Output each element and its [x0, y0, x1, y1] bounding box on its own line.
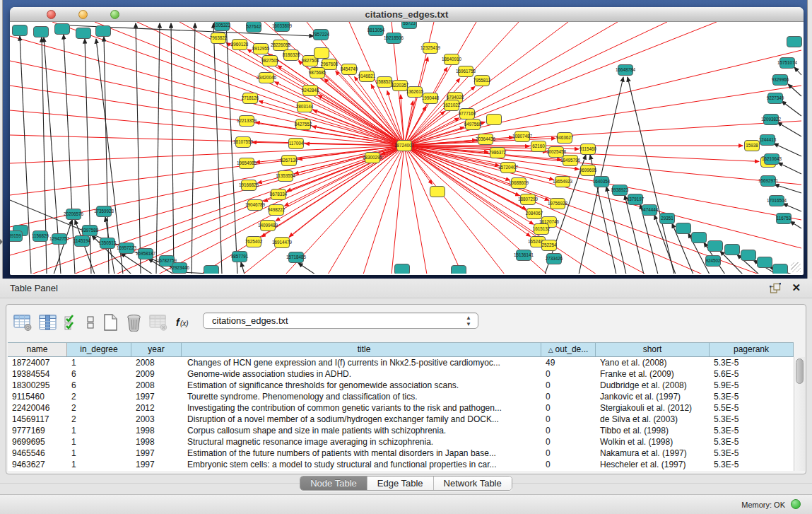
graph-node[interactable]: 17359928 [94, 206, 114, 217]
graph-node[interactable]: 6497568 [464, 119, 482, 130]
graph-node[interactable]: 11353554 [276, 171, 295, 182]
graph-node[interactable]: 8912955 [252, 44, 270, 54]
row-height-icon[interactable] [86, 314, 95, 332]
graph-node[interactable]: 18640910 [442, 54, 462, 65]
graph-node[interactable]: 1145194 [73, 236, 91, 247]
graph-node[interactable]: 9857791 [231, 252, 249, 262]
graph-node[interactable]: 9777169 [459, 109, 476, 119]
graph-node[interactable]: 2733426 [546, 254, 563, 264]
graph-node[interactable]: 19218506 [384, 33, 404, 44]
column-header-pagerank[interactable]: pagerank [710, 343, 794, 356]
graph-node[interactable]: 19166825 [239, 180, 259, 191]
graph-node[interactable]: 8427552 [295, 119, 312, 130]
graph-node[interactable] [314, 48, 329, 59]
table-row[interactable]: 946362711997Embryonic stem cells: a mode… [8, 459, 794, 470]
graph-node[interactable]: 6379197 [627, 194, 645, 205]
graph-node[interactable] [787, 37, 802, 47]
tab-node-table[interactable]: Node Table [300, 477, 367, 490]
graph-node[interactable] [692, 233, 707, 243]
table-row[interactable]: 946554611997Estimation of the future num… [8, 448, 794, 459]
column-header-short[interactable]: short [596, 343, 710, 356]
graph-node[interactable]: 1640354 [593, 177, 611, 187]
graph-node[interactable]: 16957223 [117, 243, 137, 254]
graph-node[interactable]: 8960128 [231, 40, 249, 50]
table-selector-dropdown[interactable]: citations_edges.txt ▲▼ [203, 313, 478, 329]
graph-node[interactable]: 55723 [402, 22, 417, 29]
graph-node[interactable]: 252254 [541, 240, 557, 251]
float-panel-icon[interactable] [770, 283, 781, 294]
graph-node[interactable] [758, 257, 772, 268]
graph-node[interactable] [55, 24, 70, 35]
window-resize-grip[interactable] [791, 262, 801, 272]
network-graph[interactable]: 1872400779638228960128891295528226058982… [10, 22, 802, 274]
graph-node[interactable]: 9227349 [767, 93, 784, 104]
function-builder-icon[interactable]: f(x) [175, 314, 193, 332]
graph-node[interactable]: 18807299 [518, 194, 539, 205]
column-header-title[interactable]: title [182, 343, 541, 356]
graph-node[interactable] [395, 264, 410, 274]
graph-node[interactable] [708, 241, 723, 252]
table-row[interactable]: 1938455462009Genome-wide association stu… [8, 368, 794, 380]
graph-node[interactable]: 39159 [10, 231, 23, 242]
table-row[interactable]: 977716911998Corpus callosum shape and si… [8, 425, 794, 436]
graph-node[interactable]: 1615132 [533, 224, 551, 235]
graph-node[interactable] [204, 266, 219, 274]
graph-node[interactable]: 19756928 [548, 199, 568, 209]
graph-node[interactable]: 7625402 [245, 237, 263, 247]
tab-network-table[interactable]: Network Table [434, 477, 512, 490]
graph-node[interactable]: 12942757 [49, 234, 70, 245]
graph-node[interactable]: 117004 [289, 139, 304, 149]
graph-node[interactable]: 19046789 [245, 200, 266, 211]
graph-node[interactable] [96, 26, 111, 37]
graph-node[interactable]: 2803144 [296, 102, 314, 112]
column-header-year[interactable]: year [131, 343, 182, 356]
graph-node[interactable] [676, 223, 691, 234]
trash-icon[interactable] [125, 313, 143, 332]
column-header-in-degree[interactable]: in_degree [67, 343, 131, 356]
graph-node[interactable]: 20206576 [64, 209, 84, 220]
graph-node[interactable]: 1156829 [32, 231, 49, 242]
graph-node[interactable]: 15720407 [498, 163, 519, 173]
graph-node[interactable] [773, 264, 788, 274]
graph-node[interactable]: 1621022 [443, 100, 461, 111]
graph-node[interactable]: 7955812 [473, 76, 491, 86]
graph-node[interactable] [725, 245, 740, 255]
graph-node[interactable]: 9474444 [641, 205, 659, 216]
table-settings-icon[interactable] [13, 314, 33, 332]
graph-node[interactable]: 16648784 [616, 65, 636, 76]
scrollbar-thumb[interactable] [796, 358, 804, 384]
table-row[interactable]: 969969511998Structural magnetic resonanc… [8, 436, 794, 448]
graph-node[interactable]: 9146821 [358, 71, 376, 82]
graph-node[interactable]: 29351 [660, 214, 675, 224]
tab-edge-table[interactable]: Edge Table [367, 477, 434, 490]
graph-node[interactable]: 924502 [705, 256, 721, 267]
graph-node[interactable]: 10688609 [509, 178, 529, 189]
graph-node[interactable]: 7963822 [210, 33, 228, 44]
graph-node[interactable] [76, 28, 91, 39]
graph-node[interactable] [487, 115, 502, 125]
graph-node[interactable]: 7857224 [312, 30, 330, 40]
graph-node[interactable] [430, 187, 445, 197]
graph-node[interactable]: 10807487 [512, 132, 533, 142]
graph-node[interactable]: 16958187 [136, 249, 156, 259]
close-panel-icon[interactable]: ✕ [792, 281, 801, 294]
graph-node[interactable]: 18300295 [363, 153, 383, 163]
graph-node[interactable]: 8813054 [367, 25, 385, 36]
graph-node[interactable]: 9115460 [579, 144, 597, 155]
graph-node[interactable]: 17016504 [767, 196, 787, 206]
graph-node[interactable] [452, 266, 466, 274]
graph-node[interactable]: 2084067 [526, 209, 543, 219]
graph-node[interactable]: 9827505 [261, 56, 279, 66]
graph-node[interactable]: 12093822 [761, 115, 782, 125]
table-row[interactable]: 1872400712008Changes of HCN gene express… [8, 357, 794, 368]
graph-node[interactable] [13, 25, 28, 36]
graph-node[interactable]: 16033809 [272, 22, 293, 32]
graph-node[interactable]: 20364436 [476, 134, 496, 145]
graph-node[interactable]: 28226058 [271, 40, 291, 51]
column-header-name[interactable]: name [8, 343, 67, 356]
graph-node[interactable]: 1350513 [99, 238, 117, 249]
graph-node[interactable]: 9699695 [579, 165, 597, 176]
graph-node[interactable]: 15751074 [777, 58, 798, 69]
graph-node[interactable]: 9329966 [772, 75, 789, 86]
graph-node[interactable]: 12325419 [420, 43, 441, 54]
